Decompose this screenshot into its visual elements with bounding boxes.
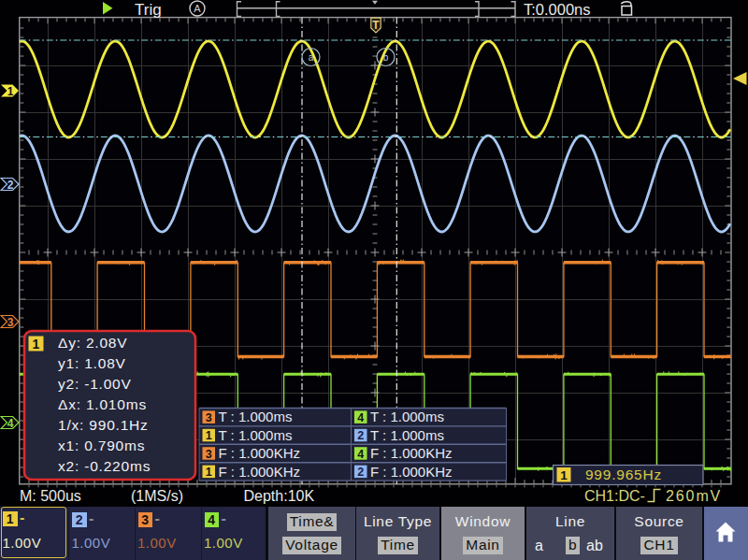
svg-text:2: 2 bbox=[357, 429, 364, 442]
svg-text:M: 500us: M: 500us bbox=[20, 488, 81, 504]
svg-text:4: 4 bbox=[357, 448, 364, 461]
svg-text:F : 1.000KHz: F : 1.000KHz bbox=[370, 445, 453, 461]
svg-text:(1MS/s): (1MS/s) bbox=[131, 488, 183, 504]
svg-text:T:0.000ns: T:0.000ns bbox=[524, 1, 591, 18]
svg-text:T : 1.000ms: T : 1.000ms bbox=[219, 409, 293, 424]
svg-text:A: A bbox=[194, 3, 201, 14]
svg-text:2: 2 bbox=[7, 179, 14, 192]
svg-text:1/x: 990.1Hz: 1/x: 990.1Hz bbox=[58, 417, 149, 433]
svg-text:x2: -0.220ms: x2: -0.220ms bbox=[58, 458, 151, 474]
svg-text:y2: -1.00V: y2: -1.00V bbox=[58, 376, 132, 392]
svg-text:1: 1 bbox=[560, 468, 568, 482]
svg-text:1: 1 bbox=[7, 85, 14, 98]
svg-text:3: 3 bbox=[206, 411, 212, 424]
svg-text:1: 1 bbox=[206, 429, 212, 442]
svg-text:T : 1.000ms: T : 1.000ms bbox=[219, 427, 293, 443]
svg-text:999.965Hz: 999.965Hz bbox=[585, 467, 662, 482]
svg-text:4: 4 bbox=[7, 417, 14, 430]
svg-text:F : 1.000KHz: F : 1.000KHz bbox=[219, 464, 301, 480]
svg-text:F : 1.000KHz: F : 1.000KHz bbox=[370, 464, 453, 480]
svg-text:1: 1 bbox=[33, 337, 40, 352]
svg-text:3: 3 bbox=[206, 448, 212, 461]
svg-text:F : 1.000KHz: F : 1.000KHz bbox=[219, 445, 301, 461]
svg-text:4: 4 bbox=[357, 411, 364, 424]
svg-text:260mV: 260mV bbox=[666, 488, 722, 504]
svg-text:2: 2 bbox=[357, 466, 364, 479]
svg-text:b: b bbox=[383, 52, 389, 63]
svg-text:T : 1.000ms: T : 1.000ms bbox=[370, 427, 444, 443]
svg-text:3: 3 bbox=[7, 316, 14, 329]
svg-text:Trig: Trig bbox=[135, 1, 162, 19]
svg-text:a: a bbox=[309, 52, 314, 63]
svg-text:Δx: 1.010ms: Δx: 1.010ms bbox=[58, 396, 147, 412]
svg-text:1: 1 bbox=[206, 466, 212, 479]
svg-text:T: T bbox=[372, 19, 380, 32]
svg-text:Depth:10K: Depth:10K bbox=[244, 488, 315, 504]
svg-text:Δy: 2.08V: Δy: 2.08V bbox=[58, 335, 127, 351]
svg-text:y1: 1.08V: y1: 1.08V bbox=[58, 355, 126, 371]
svg-text:x1: 0.790ms: x1: 0.790ms bbox=[58, 438, 145, 453]
svg-text:T : 1.000ms: T : 1.000ms bbox=[370, 409, 444, 424]
svg-text:CH1:DC-: CH1:DC- bbox=[584, 488, 645, 504]
